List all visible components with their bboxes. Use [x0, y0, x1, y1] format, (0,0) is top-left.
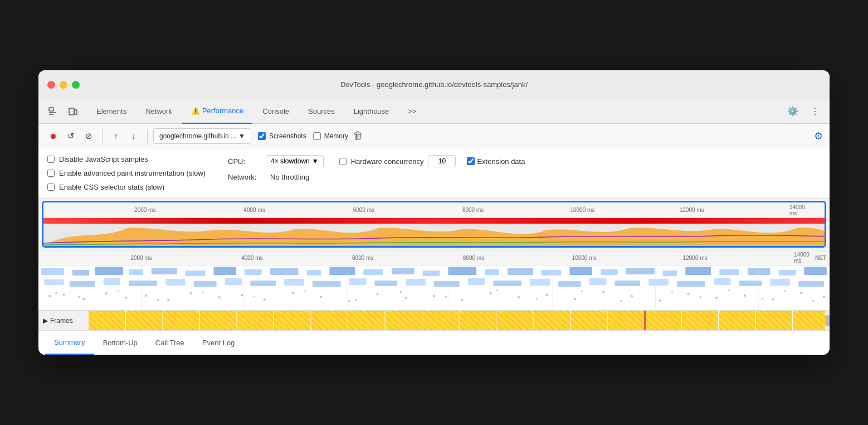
svg-point-83: [687, 293, 689, 295]
long-tasks-fill: [43, 218, 825, 224]
main-ruler-14000: 14000 ms: [794, 252, 818, 264]
svg-rect-26: [663, 271, 677, 276]
svg-rect-93: [202, 292, 204, 293]
traffic-lights: [47, 81, 80, 89]
svg-rect-50: [589, 278, 606, 285]
tab-call-tree[interactable]: Call Tree: [147, 330, 193, 355]
record-button[interactable]: ⏺: [45, 128, 61, 144]
svg-rect-0: [49, 108, 53, 111]
svg-point-74: [433, 295, 435, 297]
tab-event-log[interactable]: Event Log: [193, 330, 244, 355]
frames-triangle[interactable]: ▶: [43, 317, 48, 325]
svg-point-64: [167, 299, 169, 301]
svg-rect-94: [253, 296, 255, 297]
tab-elements[interactable]: Elements: [87, 99, 135, 124]
frames-label: ▶ Frames: [38, 317, 89, 325]
svg-rect-108: [813, 300, 815, 302]
scrollbar-track[interactable]: [825, 311, 830, 330]
svg-rect-56: [771, 279, 791, 286]
upload-button[interactable]: ↑: [108, 128, 124, 144]
svg-rect-39: [250, 281, 276, 286]
tab-sources[interactable]: Sources: [299, 99, 344, 124]
svg-rect-18: [423, 271, 440, 276]
tab-console[interactable]: Console: [253, 99, 298, 124]
network-option: Network: No throttling: [228, 173, 525, 181]
css-selector-checkbox[interactable]: [47, 183, 55, 191]
hardware-concurrency-label[interactable]: Hardware concurrency: [351, 157, 424, 166]
screenshots-label[interactable]: Screenshots: [269, 132, 306, 140]
bottom-tabs: Summary Bottom-Up Call Tree Event Log: [38, 330, 830, 355]
extension-data-label[interactable]: Extension data: [477, 157, 525, 166]
clear-button[interactable]: ⊘: [81, 128, 96, 144]
toolbar-divider-2: [147, 129, 148, 143]
hardware-concurrency-input[interactable]: [428, 155, 456, 167]
download-button[interactable]: ↓: [126, 128, 142, 144]
close-button[interactable]: [47, 81, 55, 89]
tab-performance[interactable]: ⚠️ Performance: [182, 99, 252, 124]
svg-rect-51: [615, 281, 641, 286]
memory-checkbox[interactable]: [313, 132, 321, 140]
long-tasks-bar: [43, 218, 825, 224]
css-selector-label[interactable]: Enable CSS selector stats (slow): [59, 183, 164, 191]
svg-rect-17: [392, 268, 415, 274]
scrollbar-thumb[interactable]: [825, 315, 830, 326]
disable-js-checkbox[interactable]: [47, 156, 55, 163]
main-ruler-8000: 8000 ms: [463, 255, 484, 261]
svg-rect-6: [72, 270, 89, 276]
hardware-concurrency-checkbox[interactable]: [339, 158, 347, 165]
device-toggle-icon[interactable]: [64, 103, 82, 120]
net-label: NET: [815, 255, 826, 261]
tab-lighthouse[interactable]: Lighthouse: [345, 99, 398, 124]
settings-icon[interactable]: ⚙️: [784, 103, 802, 120]
svg-point-75: [461, 299, 464, 301]
fps-cpu-chart: [43, 224, 825, 246]
svg-rect-98: [445, 296, 447, 298]
ruler-2000: 2000 ms: [134, 207, 155, 213]
screenshots-checkbox[interactable]: [258, 132, 266, 140]
svg-point-87: [800, 292, 802, 294]
disable-js-label[interactable]: Disable JavaScript samples: [59, 155, 148, 163]
extension-data-checkbox[interactable]: [467, 157, 475, 165]
main-ruler-10000: 10000 ms: [572, 255, 597, 261]
svg-rect-100: [536, 298, 538, 300]
svg-rect-95: [304, 291, 306, 292]
ruler-4000: 4000 ms: [243, 207, 265, 213]
minimize-button[interactable]: [60, 81, 67, 89]
timeline-overview[interactable]: 2000 ms 4000 ms 6000 ms 8000 ms 10000 ms…: [42, 201, 826, 248]
reload-record-button[interactable]: ↺: [63, 128, 79, 144]
performance-settings-icon[interactable]: ⚙: [814, 130, 823, 142]
tab-bottom-up[interactable]: Bottom-Up: [94, 330, 147, 355]
more-options-icon[interactable]: ⋮: [806, 103, 824, 120]
svg-point-69: [291, 292, 294, 294]
svg-point-62: [125, 297, 127, 299]
svg-point-59: [63, 293, 65, 296]
clear-cache-icon[interactable]: 🗑: [350, 128, 366, 144]
svg-point-71: [348, 300, 350, 302]
svg-point-73: [404, 297, 407, 299]
maximize-button[interactable]: [72, 81, 80, 89]
tab-end-icons: ⚙️ ⋮: [784, 103, 824, 120]
svg-point-85: [744, 294, 746, 297]
url-display[interactable]: googlechrome.github.io ... ▼: [153, 128, 251, 144]
tab-summary[interactable]: Summary: [45, 330, 94, 355]
svg-rect-34: [104, 278, 120, 285]
cpu-select[interactable]: 4× slowdown ▼: [266, 155, 324, 167]
network-dots-svg: [38, 265, 830, 310]
advanced-paint-checkbox[interactable]: [47, 170, 55, 177]
inspect-icon[interactable]: [44, 103, 62, 120]
main-timeline: 2000 ms 4000 ms 6000 ms 8000 ms 10000 ms…: [38, 250, 830, 330]
svg-point-61: [105, 292, 108, 294]
svg-rect-102: [621, 300, 622, 302]
tab-network[interactable]: Network: [136, 99, 181, 124]
svg-rect-30: [779, 270, 796, 276]
network-area: [38, 265, 830, 310]
tab-more[interactable]: >>: [399, 99, 425, 124]
main-ruler-2000: 2000 ms: [130, 255, 152, 261]
svg-point-77: [518, 296, 520, 298]
svg-rect-104: [700, 296, 701, 298]
memory-label[interactable]: Memory: [324, 132, 348, 140]
svg-rect-90: [78, 296, 80, 298]
timeline-ruler-top: 2000 ms 4000 ms 6000 ms 8000 ms 10000 ms…: [43, 202, 825, 218]
advanced-paint-label[interactable]: Enable advanced paint instrumentation (s…: [59, 169, 206, 177]
disable-js-option: Disable JavaScript samples: [47, 155, 206, 163]
